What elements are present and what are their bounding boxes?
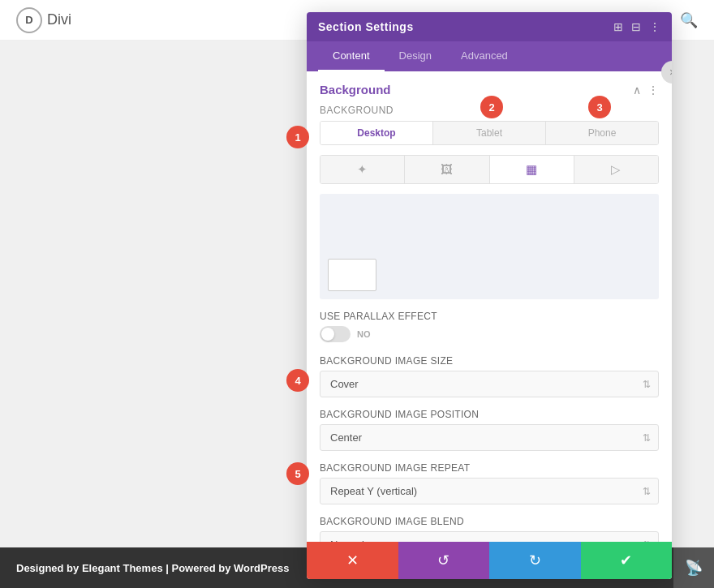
tab-tablet[interactable]: Tablet (433, 122, 546, 144)
section-heading: Background ∧ ⋮ (320, 83, 659, 97)
section-heading-icons: ∧ ⋮ (633, 84, 659, 97)
divi-logo-circle: D (16, 7, 42, 33)
icon-type-tabs: ✦ 🖼 ▦ ▷ (320, 155, 659, 184)
bg-position-field-wrapper: Background Image Position Center (320, 409, 659, 451)
tab-bar: Content Design Advanced (307, 41, 672, 71)
bg-position-label: Background Image Position (320, 409, 659, 420)
section-kebab-icon[interactable]: ⋮ (647, 84, 659, 97)
divi-logo: D Divi (16, 7, 71, 33)
section-settings-panel: Section Settings ⊞ ⊟ ⋮ Content Design Ad… (307, 12, 672, 579)
reset-button[interactable]: ↺ (398, 542, 490, 579)
icon-type-image[interactable]: 🖼 (405, 156, 489, 183)
bg-repeat-label: Background Image Repeat (320, 462, 659, 474)
icon-type-gradient[interactable]: ▦ (490, 156, 574, 183)
save-button[interactable]: ✔ (581, 542, 673, 579)
device-tabs: Desktop Tablet Phone (320, 121, 659, 145)
panel-icon-1[interactable]: ⊞ (613, 20, 623, 33)
bg-size-label: Background Image Size (320, 355, 659, 367)
bg-size-select[interactable]: Cover (320, 371, 659, 397)
tab-design[interactable]: Design (385, 41, 446, 71)
redo-button[interactable]: ↻ (489, 542, 581, 579)
collapse-icon[interactable]: ∧ (633, 84, 641, 97)
bg-blend-select[interactable]: Normal (320, 531, 659, 542)
panel-header: Section Settings ⊞ ⊟ ⋮ (307, 12, 672, 41)
background-sub-label: Background (320, 105, 659, 116)
divi-logo-letter: D (25, 14, 32, 26)
panel-icon-2[interactable]: ⊟ (631, 20, 641, 33)
parallax-toggle-row: NO (320, 326, 659, 342)
bg-blend-label: Background Image Blend (320, 516, 659, 527)
action-bar: ✕ ↺ ↻ ✔ (307, 542, 672, 579)
section-title: Background (320, 83, 391, 97)
tab-content[interactable]: Content (318, 41, 385, 71)
parallax-toggle-switch[interactable] (320, 326, 351, 342)
tab-phone[interactable]: Phone (546, 122, 658, 144)
bg-repeat-field-wrapper: Background Image Repeat Repeat Y (vertic… (320, 462, 659, 504)
preview-color-box (328, 259, 376, 291)
panel-body: Background ∧ ⋮ Background Desktop Tablet… (307, 71, 672, 542)
footer-text: Designed by Elegant Themes | Powered by … (16, 562, 289, 574)
divi-logo-text: Divi (47, 11, 71, 28)
bg-blend-select-wrapper: Normal (320, 531, 659, 542)
search-icon[interactable]: 🔍 (680, 11, 698, 29)
bg-position-select-wrapper: Center (320, 424, 659, 451)
bg-blend-field-wrapper: Background Image Blend Normal (320, 516, 659, 542)
tab-desktop[interactable]: Desktop (320, 122, 433, 144)
bg-repeat-select[interactable]: Repeat Y (vertical) (320, 478, 659, 504)
bg-repeat-select-wrapper: Repeat Y (vertical) (320, 478, 659, 504)
parallax-label: Use Parallax Effect (320, 311, 659, 322)
panel-title: Section Settings (318, 20, 414, 33)
panel-header-icons: ⊞ ⊟ ⋮ (613, 20, 660, 33)
bg-position-select[interactable]: Center (320, 424, 659, 451)
icon-type-color[interactable]: ✦ (320, 156, 405, 183)
bg-size-field-wrapper: Background Image Size Cover (320, 355, 659, 397)
panel-kebab-icon[interactable]: ⋮ (649, 20, 660, 33)
cancel-button[interactable]: ✕ (307, 542, 398, 579)
bg-size-select-wrapper: Cover (320, 371, 659, 397)
tab-advanced[interactable]: Advanced (446, 41, 523, 71)
rss-icon[interactable]: 📡 (673, 547, 714, 588)
parallax-toggle-label: NO (357, 329, 371, 339)
icon-type-video[interactable]: ▷ (574, 156, 658, 183)
preview-area (320, 194, 659, 299)
